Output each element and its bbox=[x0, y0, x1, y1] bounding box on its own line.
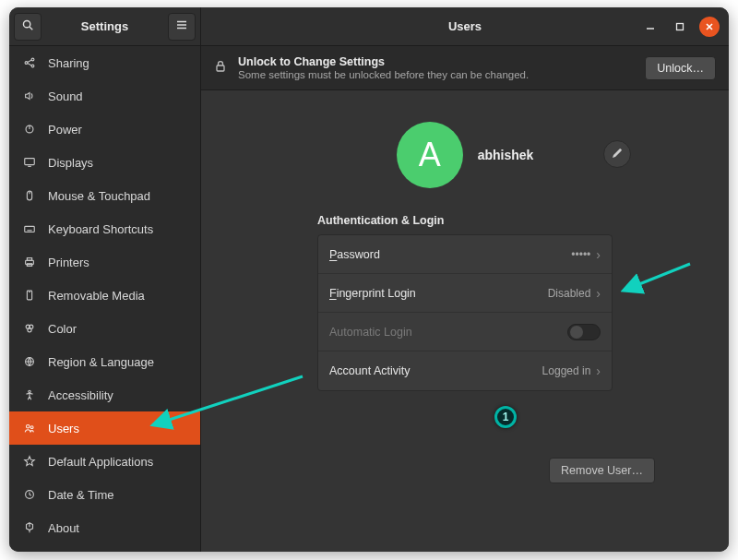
close-icon bbox=[705, 22, 714, 31]
sound-icon bbox=[22, 89, 37, 103]
svg-point-34 bbox=[28, 328, 31, 332]
sidebar-item-region-language[interactable]: Region & Language bbox=[9, 345, 200, 378]
sidebar-item-keyboard-shortcuts[interactable]: Keyboard Shortcuts bbox=[9, 212, 200, 245]
svg-rect-16 bbox=[25, 159, 35, 165]
app-title: Settings bbox=[46, 19, 163, 33]
sidebar-item-label: Removable Media bbox=[48, 289, 145, 303]
sidebar-item-label: Sharing bbox=[48, 56, 89, 70]
a11y-icon bbox=[22, 387, 37, 402]
svg-rect-28 bbox=[27, 258, 31, 261]
sidebar-item-label: Keyboard Shortcuts bbox=[48, 222, 153, 236]
close-button[interactable] bbox=[699, 17, 720, 37]
sidebar-item-label: Region & Language bbox=[48, 355, 154, 369]
svg-point-11 bbox=[31, 65, 34, 67]
svg-point-10 bbox=[31, 58, 34, 61]
share-icon bbox=[22, 55, 37, 70]
svg-line-13 bbox=[28, 64, 32, 66]
body: SharingSoundPowerDisplaysMouse & Touchpa… bbox=[9, 46, 729, 552]
sidebar-item-users[interactable]: Users bbox=[9, 411, 200, 445]
maximize-button[interactable] bbox=[670, 17, 690, 37]
sidebar-item-label: Displays bbox=[48, 156, 93, 170]
sidebar-item-sound[interactable]: Sound bbox=[9, 79, 200, 113]
minimize-icon bbox=[646, 22, 655, 31]
sidebar-item-label: Mouse & Touchpad bbox=[48, 189, 150, 203]
sidebar-item-label: Date & Time bbox=[48, 488, 114, 502]
region-icon bbox=[22, 354, 37, 369]
sidebar-item-displays[interactable]: Displays bbox=[9, 146, 200, 179]
titlebar: Settings Users bbox=[9, 7, 729, 46]
svg-point-38 bbox=[30, 426, 33, 429]
minimize-button[interactable] bbox=[640, 17, 661, 37]
color-icon bbox=[22, 321, 37, 336]
settings-window: Settings Users Shari bbox=[9, 7, 729, 552]
svg-line-1 bbox=[30, 27, 32, 30]
hamburger-icon bbox=[175, 18, 188, 34]
users-icon bbox=[22, 421, 37, 435]
sidebar-item-label: Accessibility bbox=[48, 388, 113, 402]
titlebar-left: Settings bbox=[9, 7, 201, 45]
sidebar-item-date-time[interactable]: Date & Time bbox=[9, 478, 200, 511]
svg-line-12 bbox=[28, 60, 32, 62]
sidebar-item-label: Sound bbox=[48, 89, 83, 103]
svg-rect-6 bbox=[677, 23, 684, 30]
sidebar-item-label: About bbox=[48, 521, 79, 535]
svg-point-0 bbox=[23, 20, 30, 27]
svg-point-36 bbox=[29, 390, 30, 392]
displays-icon bbox=[22, 155, 37, 170]
sidebar-item-accessibility[interactable]: Accessibility bbox=[9, 378, 200, 411]
power-icon bbox=[22, 122, 37, 137]
about-icon bbox=[22, 520, 37, 535]
hamburger-menu-button[interactable] bbox=[168, 13, 196, 41]
sidebar-item-color[interactable]: Color bbox=[9, 312, 200, 345]
sidebar-item-label: Power bbox=[48, 123, 82, 137]
maximize-icon bbox=[675, 22, 684, 31]
titlebar-right: Users bbox=[201, 7, 729, 45]
search-icon bbox=[21, 18, 34, 34]
sidebar-item-power[interactable]: Power bbox=[9, 113, 200, 146]
search-button[interactable] bbox=[14, 13, 42, 41]
sidebar-item-label: Default Applications bbox=[48, 455, 153, 469]
svg-line-43 bbox=[625, 264, 690, 290]
svg-rect-20 bbox=[25, 226, 35, 232]
sidebar-item-sharing[interactable]: Sharing bbox=[9, 46, 200, 79]
content: Unlock to Change Settings Some settings … bbox=[201, 46, 729, 552]
svg-point-37 bbox=[27, 425, 30, 429]
apps-icon bbox=[22, 454, 37, 469]
sidebar-item-mouse-touchpad[interactable]: Mouse & Touchpad bbox=[9, 179, 200, 212]
sidebar: SharingSoundPowerDisplaysMouse & Touchpa… bbox=[9, 46, 201, 552]
sidebar-item-printers[interactable]: Printers bbox=[9, 245, 200, 279]
media-icon bbox=[22, 288, 37, 303]
mouse-icon bbox=[22, 188, 37, 203]
clock-icon bbox=[22, 487, 37, 502]
svg-point-9 bbox=[25, 62, 28, 65]
sidebar-item-about[interactable]: About bbox=[9, 511, 200, 544]
printer-icon bbox=[22, 255, 37, 269]
window-controls bbox=[640, 17, 729, 37]
sidebar-item-label: Users bbox=[48, 422, 79, 435]
sidebar-item-default-applications[interactable]: Default Applications bbox=[9, 445, 200, 478]
sidebar-item-label: Printers bbox=[48, 256, 89, 269]
keyboard-icon bbox=[22, 221, 37, 236]
sidebar-item-label: Color bbox=[48, 322, 77, 336]
annotation-arrow-2 bbox=[201, 46, 729, 552]
sidebar-item-removable-media[interactable]: Removable Media bbox=[9, 279, 200, 312]
